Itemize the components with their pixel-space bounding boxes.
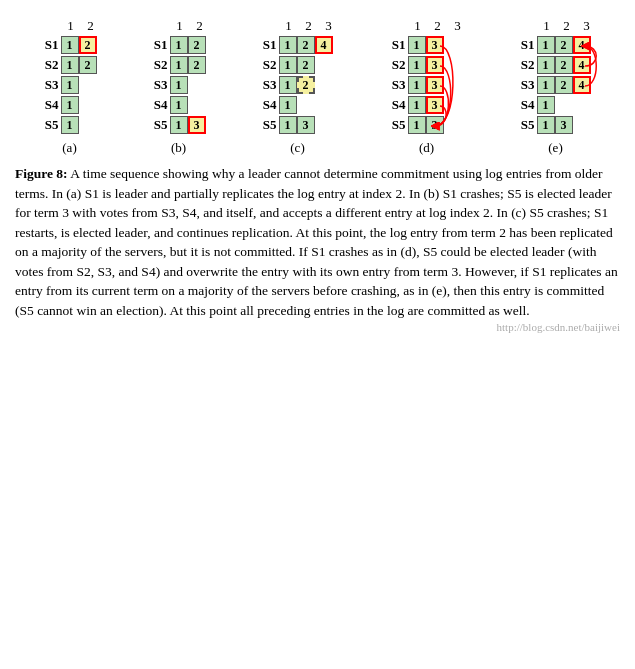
cell: 1	[170, 76, 188, 94]
cell: 3	[426, 56, 444, 74]
table-row: S41	[515, 96, 591, 114]
scenario-label: (e)	[515, 140, 597, 156]
table-row: S212	[39, 56, 97, 74]
rows-container-a: S112S212S31S41S51	[39, 36, 97, 136]
cell: 2	[555, 36, 573, 54]
cell: 1	[170, 36, 188, 54]
row-label: S5	[39, 117, 59, 133]
cell: 1	[279, 36, 297, 54]
cell: 3	[426, 96, 444, 114]
col-headers-e: 123	[537, 18, 597, 34]
row-label: S3	[386, 77, 406, 93]
cell: 2	[79, 56, 97, 74]
rows-container-c: S1124S212S312S41S513	[257, 36, 333, 136]
cell: 3	[426, 36, 444, 54]
row-label: S2	[257, 57, 277, 73]
row-label: S3	[148, 77, 168, 93]
cell: 2	[555, 56, 573, 74]
row-label: S3	[257, 77, 277, 93]
cell: 2	[188, 56, 206, 74]
row-label: S1	[257, 37, 277, 53]
row-label: S2	[39, 57, 59, 73]
row-label: S3	[39, 77, 59, 93]
cell: 4	[573, 36, 591, 54]
col-headers-b: 12	[170, 18, 210, 34]
col-headers-d: 123	[408, 18, 468, 34]
table-row: S513	[257, 116, 333, 134]
scenario-label: (c)	[257, 140, 339, 156]
cell: 4	[315, 36, 333, 54]
cell: 1	[537, 56, 555, 74]
row-label: S4	[257, 97, 277, 113]
table-row: S31	[39, 76, 97, 94]
row-label: S2	[386, 57, 406, 73]
cell: 1	[61, 116, 79, 134]
cell: 1	[61, 56, 79, 74]
cell: 3	[426, 116, 444, 134]
cell: 2	[297, 36, 315, 54]
cell: 1	[61, 36, 79, 54]
table-row: S1124	[257, 36, 333, 54]
cell: 1	[61, 96, 79, 114]
cell: 1	[279, 116, 297, 134]
cell: 1	[537, 96, 555, 114]
col-header: 2	[81, 18, 101, 34]
cell: 2	[188, 36, 206, 54]
scenario-e: 123S1124S2124S3124S41S513(e)	[515, 18, 597, 156]
cell: 1	[408, 56, 426, 74]
cell: 4	[573, 76, 591, 94]
cell: 1	[408, 36, 426, 54]
cell: 1	[537, 36, 555, 54]
table-row: S513	[148, 116, 206, 134]
cell: 1	[408, 116, 426, 134]
row-label: S4	[515, 97, 535, 113]
table-row: S513	[386, 116, 444, 134]
col-header: 1	[61, 18, 81, 34]
row-label: S2	[148, 57, 168, 73]
cell: 1	[279, 56, 297, 74]
col-header: 3	[448, 18, 468, 34]
col-header: 1	[408, 18, 428, 34]
col-header: 2	[299, 18, 319, 34]
cell: 3	[555, 116, 573, 134]
scenario-label: (b)	[148, 140, 210, 156]
caption-text: A time sequence showing why a leader can…	[15, 166, 618, 318]
cell: 1	[537, 76, 555, 94]
row-label: S5	[257, 117, 277, 133]
scenario-d: 123S113S213S313S413S513(d)	[386, 18, 468, 156]
table-row: S112	[148, 36, 206, 54]
rows-container-b: S112S212S31S41S513	[148, 36, 206, 136]
row-label: S1	[386, 37, 406, 53]
row-label: S3	[515, 77, 535, 93]
col-headers-c: 123	[279, 18, 339, 34]
col-headers-a: 12	[61, 18, 101, 34]
table-row: S41	[148, 96, 206, 114]
col-header: 1	[170, 18, 190, 34]
cell: 3	[426, 76, 444, 94]
row-label: S4	[39, 97, 59, 113]
table-row: S513	[515, 116, 591, 134]
cell: 1	[537, 116, 555, 134]
scenario-b: 12S112S212S31S41S513(b)	[148, 18, 210, 156]
cell: 1	[279, 96, 297, 114]
cell: 4	[573, 56, 591, 74]
table-row: S413	[386, 96, 444, 114]
row-label: S5	[148, 117, 168, 133]
cell: 2	[297, 56, 315, 74]
cell: 1	[61, 76, 79, 94]
row-label: S5	[386, 117, 406, 133]
table-row: S1124	[515, 36, 591, 54]
cell: 2	[79, 36, 97, 54]
cell: 2	[555, 76, 573, 94]
row-label: S1	[515, 37, 535, 53]
table-row: S212	[257, 56, 333, 74]
rows-container-d: S113S213S313S413S513	[386, 36, 444, 136]
col-header: 3	[577, 18, 597, 34]
table-row: S51	[39, 116, 97, 134]
cell: 1	[170, 96, 188, 114]
row-label: S5	[515, 117, 535, 133]
cell: 1	[408, 96, 426, 114]
watermark: http://blog.csdn.net/baijiwei	[15, 321, 620, 333]
cell: 2	[297, 76, 315, 94]
scenario-c: 123S1124S212S312S41S513(c)	[257, 18, 339, 156]
